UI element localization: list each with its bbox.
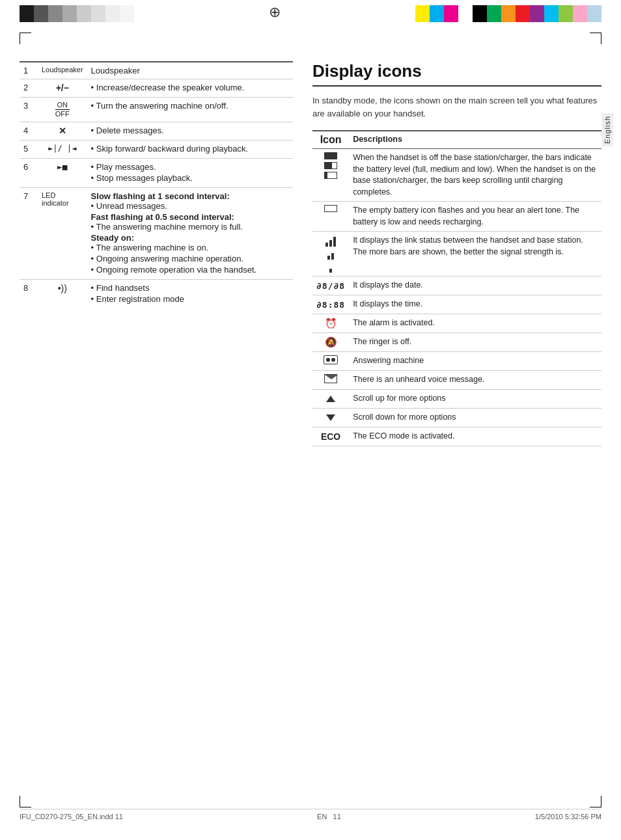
row-description: Slow flashing at 1 second interval: Unre… [87,188,293,280]
row-icon: LEDindicator [38,188,87,280]
led-slow-flash-header: Slow flashing at 1 second interval: [91,191,230,201]
row-description: Turn the answering machine on/off. [87,98,293,122]
led-fast-flash-header: Fast flashing at 0.5 second interval: [91,212,234,222]
ans-machine-description: Answering machine [349,352,601,371]
row-icon: •)) [38,280,87,309]
table-row: 7 LEDindicator Slow flashing at 1 second… [20,188,293,280]
signal-bars-1 [329,261,332,273]
section-title: Display icons [312,61,601,87]
row-description: Loudspeaker [87,62,293,79]
row-description: Skip forward/ backward during playback. [87,141,293,159]
table-row: 1 Loudspeaker Loudspeaker [20,62,293,79]
row-description: Find handsets Enter registration mode [87,280,293,309]
battery-description: When the handset is off the base station… [349,149,601,202]
row-number: 5 [20,141,38,159]
row-number: 7 [20,188,38,280]
section-intro: In standby mode, the icons shown on the … [312,94,601,120]
icons-table: Icon Descriptions [312,130,601,446]
table-row: ∂8/∂8 It displays the date. [312,277,601,295]
row-number: 2 [20,79,38,98]
table-row: When the handset is off the base station… [312,149,601,202]
table-row: 🔕 The ringer is off. [312,333,601,352]
eco-icon-cell: ECO [312,427,349,446]
table-row: There is an unheard voice message. [312,371,601,390]
table-row: Answering machine [312,352,601,371]
scroll-down-description: Scroll down for more options [349,409,601,427]
battery-container [316,152,345,179]
corner-mark-tl [20,33,31,44]
date-description: It displays the date. [349,277,601,295]
table-row: The empty battery icon flashes and you h… [312,202,601,232]
battery-empty-cell [312,202,349,232]
table-row: ⏰ The alarm is activated. [312,314,601,333]
row-description: Delete messages. [87,122,293,141]
ringer-icon-cell: 🔕 [312,333,349,352]
date-icon: ∂8/∂8 [316,281,345,291]
ans-machine-icon-cell [312,352,349,371]
feature-table: 1 Loudspeaker Loudspeaker 2 +/− Increase… [20,61,293,308]
led-steady-header: Steady on: [91,233,134,243]
alarm-icon-cell: ⏰ [312,314,349,333]
corner-mark-br [590,796,601,807]
table-row: 3 ON OFF Turn the answering machine on/o… [20,98,293,122]
time-description: It displays the time. [349,295,601,314]
row-icon: Loudspeaker [38,62,87,79]
table-row: 2 +/− Increase/decrease the speaker volu… [20,79,293,98]
row-number: 8 [20,280,38,309]
answering-machine-icon [324,355,338,364]
corner-mark-tr [590,33,601,44]
col-desc-header: Descriptions [349,131,601,149]
signal-bars-2 [327,248,334,260]
on-off-icon: ON OFF [55,101,70,118]
feature-table-section: 1 Loudspeaker Loudspeaker 2 +/− Increase… [20,61,293,446]
col-icon-header: Icon [312,131,349,149]
time-icon-cell: ∂8:88 [312,295,349,314]
page-footer: IFU_CD270-275_05_EN.indd 11 EN 11 1/5/20… [20,809,601,820]
triangle-up-icon [326,396,335,402]
language-label: English [601,113,613,146]
row-icon: ON OFF [38,98,87,122]
table-row: 8 •)) Find handsets Enter registration m… [20,280,293,309]
file-info: IFU_CD270-275_05_EN.indd 11 [20,813,123,820]
table-row: 5 ►|/ |◄ Skip forward/ backward during p… [20,141,293,159]
battery-empty-description: The empty battery icon flashes and you h… [349,202,601,232]
signal-cell [312,232,349,277]
table-row: Scroll up for more options [312,390,601,409]
row-number: 3 [20,98,38,122]
alarm-description: The alarm is activated. [349,314,601,333]
row-number: 1 [20,62,38,79]
envelope-icon-cell [312,371,349,390]
corner-mark-bl [20,796,31,807]
page-number: EN 11 [317,813,341,820]
envelope-icon [324,374,337,383]
row-number: 4 [20,122,38,141]
triangle-up-cell [312,390,349,409]
triangle-down-icon [326,414,335,421]
table-row: 6 ►■ Play messages. Stop messages playba… [20,159,293,188]
signal-description: It displays the link status between the … [349,232,601,277]
date-info: 1/5/2010 5:32:56 PM [535,813,601,820]
row-number: 6 [20,159,38,188]
table-row: ∂8:88 It displays the time. [312,295,601,314]
row-icon: +/− [38,79,87,98]
row-description: Increase/decrease the speaker volume. [87,79,293,98]
signal-bars-3 [325,235,336,247]
plus-minus-icon: +/− [56,83,69,93]
date-icon-cell: ∂8/∂8 [312,277,349,295]
table-row: 4 ✕ Delete messages. [20,122,293,141]
eco-description: The ECO mode is activated. [349,427,601,446]
triangle-down-cell [312,409,349,427]
ringer-description: The ringer is off. [349,333,601,352]
row-icon: ►|/ |◄ [38,141,87,159]
ringer-off-icon: 🔕 [325,336,337,347]
envelope-description: There is an unheard voice message. [349,371,601,390]
row-icon: ►■ [38,159,87,188]
battery-icons-cell [312,149,349,202]
table-row: ECO The ECO mode is activated. [312,427,601,446]
time-icon: ∂8:88 [316,300,345,310]
row-description: Play messages. Stop messages playback. [87,159,293,188]
display-icons-section: English Display icons In standby mode, t… [312,61,601,446]
scroll-up-description: Scroll up for more options [349,390,601,409]
eco-icon: ECO [321,431,340,442]
table-row: Scroll down for more options [312,409,601,427]
